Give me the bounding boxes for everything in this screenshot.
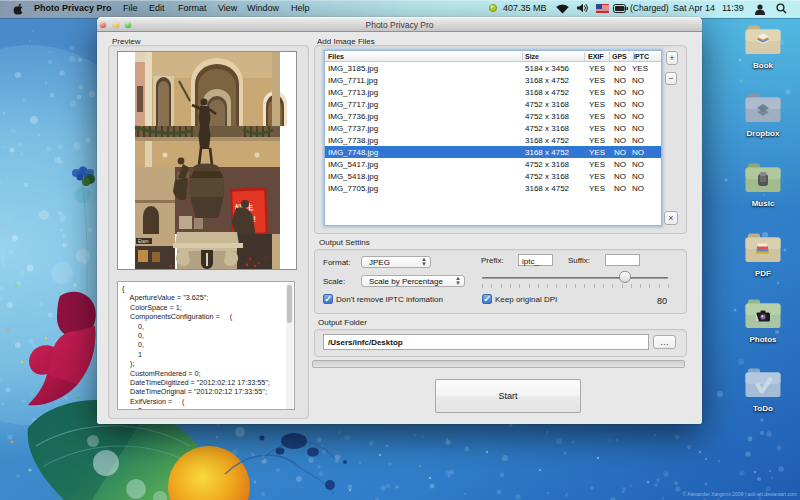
svg-text:Etam: Etam	[138, 239, 149, 244]
svg-text:© Alexander Xargonis 2009 | ac: © Alexander Xargonis 2009 | ack-art.devi…	[683, 491, 798, 497]
